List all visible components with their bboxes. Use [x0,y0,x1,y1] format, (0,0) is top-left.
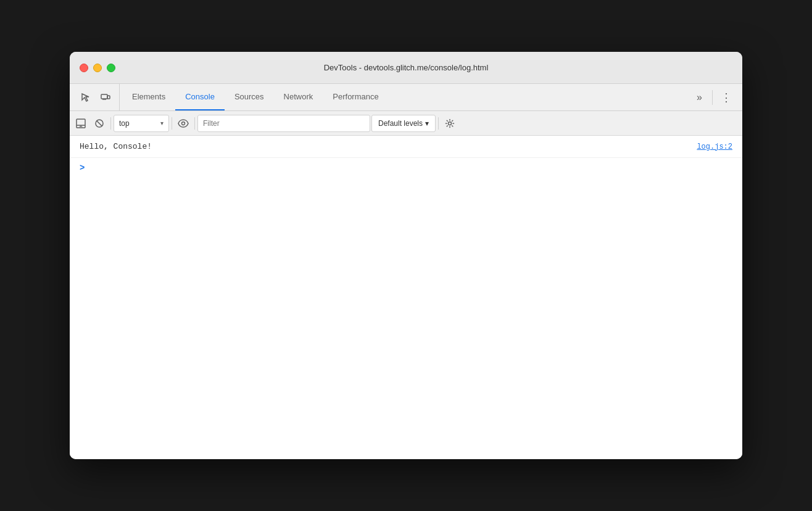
maximize-button[interactable] [107,64,115,72]
window-title: DevTools - devtools.glitch.me/console/lo… [324,63,489,72]
svg-marker-5 [79,125,83,127]
inspect-icon[interactable] [77,89,94,106]
console-toolbar: top ▾ Default levels ▾ [70,111,742,136]
show-drawer-icon[interactable] [72,115,89,132]
log-levels-dropdown[interactable]: Default levels ▾ [371,115,436,132]
tab-bar: Elements Console Sources Network Perform… [70,84,742,111]
context-arrow: ▾ [160,120,164,127]
toolbar-divider-1 [110,117,111,130]
tab-sources[interactable]: Sources [225,84,274,110]
tab-console[interactable]: Console [175,84,225,110]
clear-console-icon[interactable] [91,115,108,132]
kebab-menu-button[interactable]: ⋮ [718,89,735,106]
levels-arrow: ▾ [425,119,429,128]
tabs: Elements Console Sources Network Perform… [122,84,687,110]
tab-elements[interactable]: Elements [122,84,175,110]
filter-input[interactable] [197,115,370,132]
divider [712,90,713,105]
tab-bar-right: » ⋮ [687,84,740,110]
console-log-line: Hello, Console! log.js:2 [70,136,742,158]
svg-rect-0 [101,94,107,99]
console-prompt[interactable]: > [70,158,742,178]
close-button[interactable] [80,64,88,72]
devtools-window: DevTools - devtools.glitch.me/console/lo… [70,52,742,459]
svg-point-8 [182,122,185,125]
toolbar-divider-2 [172,117,172,130]
prompt-icon: > [80,163,85,173]
toolbar-divider-3 [194,117,195,130]
log-message: Hello, Console! [80,142,697,151]
console-output: Hello, Console! log.js:2 > [70,136,742,459]
svg-line-7 [97,120,102,126]
log-source-link[interactable]: log.js:2 [697,143,732,151]
more-tabs-button[interactable]: » [692,92,707,103]
tab-network[interactable]: Network [274,84,323,110]
svg-rect-1 [107,96,110,99]
device-toggle-icon[interactable] [97,89,114,106]
context-selector[interactable]: top ▾ [114,115,169,132]
traffic-lights [80,64,115,72]
title-bar: DevTools - devtools.glitch.me/console/lo… [70,52,742,84]
toolbar-divider-4 [438,117,439,130]
tab-bar-tools [72,84,120,110]
tab-performance[interactable]: Performance [323,84,388,110]
settings-icon[interactable] [441,115,458,132]
minimize-button[interactable] [93,64,102,72]
svg-point-9 [449,122,452,125]
live-expressions-icon[interactable] [175,115,192,132]
